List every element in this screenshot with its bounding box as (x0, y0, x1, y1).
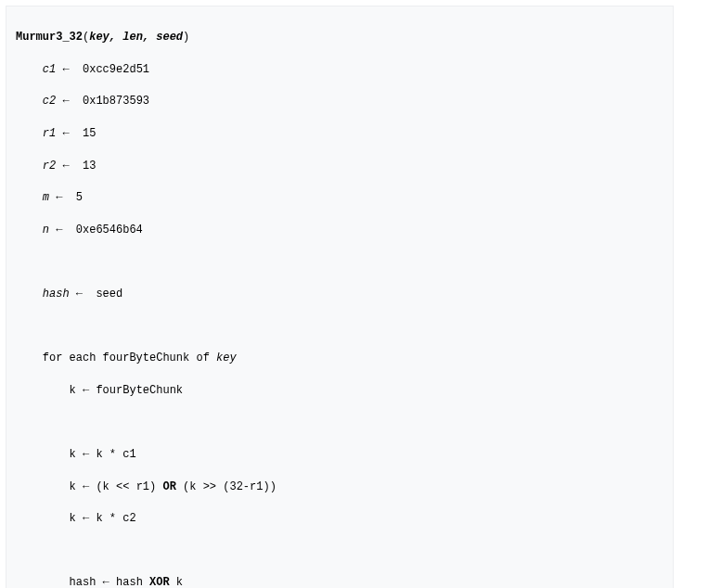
text: k (70, 480, 76, 493)
arrow: ← (70, 288, 97, 300)
arrow: ← (76, 512, 97, 525)
var: hash (43, 288, 70, 300)
text: hash (70, 576, 97, 588)
val: 13 (83, 160, 96, 173)
text: k * c1 (96, 448, 135, 461)
code-line: c1 ← 0xcc9e2d51 (16, 62, 663, 78)
blank-line (16, 543, 663, 559)
text: k (70, 448, 76, 461)
kw-xor: XOR (149, 576, 170, 588)
code-line: m ← 5 (16, 190, 663, 206)
code-line: c2 ← 0x1b873593 (16, 94, 663, 109)
pseudocode-block: Murmur3_32(key, len, seed) c1 ← 0xcc9e2d… (6, 6, 674, 588)
code-line: r2 ← 13 (16, 159, 663, 174)
arrow: ← (49, 191, 76, 204)
arrow: ← (76, 480, 97, 493)
var: m (43, 191, 49, 204)
arrow: ← (56, 127, 83, 140)
var: key (216, 352, 237, 364)
kw-or: OR (162, 480, 175, 493)
var: r1 (43, 127, 56, 140)
text: k (170, 576, 183, 588)
val: 0x1b873593 (83, 95, 149, 108)
blank-line (16, 319, 663, 335)
text: k * c2 (96, 512, 135, 525)
var: c1 (43, 63, 56, 76)
code-line: hash ← hash XOR k (16, 575, 663, 588)
arrow: ← (56, 63, 83, 76)
arrow: ← (49, 224, 76, 236)
text: hash (116, 576, 149, 588)
text: k (70, 512, 76, 525)
val: seed (96, 288, 122, 300)
text: fourByteChunk (96, 384, 183, 397)
var: c2 (43, 95, 56, 108)
arrow: ← (76, 448, 97, 461)
code-line: k ← k * c1 (16, 447, 663, 463)
arrow: ← (56, 95, 83, 108)
code-line: hash ← seed (16, 287, 663, 302)
code-line: Murmur3_32(key, len, seed) (16, 30, 663, 45)
code-line: r1 ← 15 (16, 126, 663, 142)
code-line: n ← 0xe6546b64 (16, 223, 663, 238)
paren-close: ) (183, 31, 189, 44)
fn-args: key, len, seed (89, 31, 183, 44)
code-line: k ← k * c2 (16, 511, 663, 527)
text: k (70, 384, 76, 397)
val: 0xcc9e2d51 (83, 63, 149, 76)
page: Murmur3_32(key, len, seed) c1 ← 0xcc9e2d… (0, 6, 708, 588)
text: for each fourByteChunk of (43, 352, 216, 364)
val: 0xe6546b64 (76, 224, 143, 236)
var: r2 (43, 160, 56, 173)
val: 5 (76, 191, 83, 204)
text: (k << r1) (96, 480, 162, 493)
arrow: ← (56, 160, 83, 173)
blank-line (16, 254, 663, 270)
val: 15 (83, 127, 96, 140)
var: n (43, 224, 49, 236)
text: (k >> (32-r1)) (176, 480, 277, 493)
code-line: for each fourByteChunk of key (16, 351, 663, 366)
code-line: k ← (k << r1) OR (k >> (32-r1)) (16, 479, 663, 495)
arrow: ← (76, 384, 97, 397)
fn-name: Murmur3_32 (16, 31, 83, 44)
blank-line (16, 415, 663, 430)
code-line: k ← fourByteChunk (16, 383, 663, 399)
arrow: ← (96, 576, 116, 588)
